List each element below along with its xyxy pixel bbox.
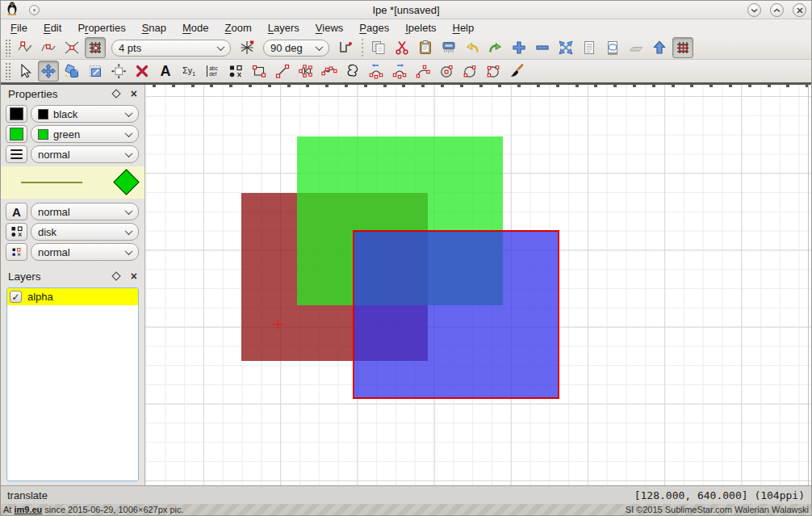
math-tool-icon[interactable]: Σy1	[178, 61, 199, 82]
text-size-row: A normal	[1, 203, 144, 220]
float-panel-icon[interactable]	[111, 89, 120, 98]
menu-item-ipelets[interactable]: Ipelets	[398, 20, 443, 36]
spline-tool-icon[interactable]	[319, 61, 340, 82]
stretch-tool-icon[interactable]	[85, 61, 106, 82]
close-panel-icon[interactable]: ×	[131, 271, 137, 282]
menu-item-mode[interactable]: Mode	[175, 20, 216, 36]
fill-color-select[interactable]: green	[31, 125, 139, 143]
shift-key-icon[interactable]	[649, 37, 670, 58]
translate-tool-icon[interactable]	[38, 61, 59, 82]
cut-icon[interactable]	[391, 37, 412, 58]
circle-3pt-tool-icon[interactable]	[483, 61, 504, 82]
arc-tool-icon[interactable]	[412, 61, 433, 82]
fit-selection-icon[interactable]	[602, 37, 623, 58]
mark-shape-button[interactable]	[6, 223, 27, 241]
grid-visible-icon[interactable]	[672, 37, 693, 58]
stroke-color-swatch	[38, 109, 48, 120]
stroke-color-button[interactable]	[6, 105, 27, 123]
toolbar-drag-handle[interactable]	[5, 39, 10, 57]
pen-width-select[interactable]: normal	[31, 145, 139, 163]
text-size-button[interactable]: A	[6, 203, 27, 220]
pan-tool-icon[interactable]	[108, 61, 129, 82]
ink-tool-icon[interactable]	[506, 61, 527, 82]
toolbar-drag-handle[interactable]	[5, 62, 10, 80]
float-panel-icon[interactable]	[111, 271, 120, 280]
origin-cross	[273, 319, 283, 329]
grid-size-select[interactable]: 4 pts	[111, 40, 231, 57]
menu-item-snap[interactable]: Snap	[135, 20, 174, 36]
text-size-select[interactable]: normal	[31, 203, 139, 220]
window-title: Ipe *[unsaved]	[1, 4, 811, 16]
paste-icon[interactable]	[415, 37, 436, 58]
copy-icon[interactable]	[368, 37, 389, 58]
menu-item-layers[interactable]: Layers	[261, 20, 307, 36]
circle-2pt-tool-icon[interactable]	[459, 61, 480, 82]
mark-shape-row: disk	[1, 223, 144, 241]
circle-center-tool-icon[interactable]	[436, 61, 457, 82]
mark-shape-select[interactable]: disk	[31, 223, 139, 241]
delete-shredder-icon[interactable]	[438, 37, 459, 58]
snap-vertex-icon[interactable]	[15, 37, 36, 58]
snap-grid-icon[interactable]	[85, 37, 106, 58]
blue-rectangle[interactable]	[353, 230, 559, 399]
zoom-out-icon[interactable]	[532, 37, 553, 58]
menu-item-file[interactable]: File	[3, 20, 35, 36]
menu-item-zoom[interactable]: Zoom	[218, 20, 259, 36]
redo-icon[interactable]	[485, 37, 506, 58]
close-button[interactable]	[793, 3, 806, 17]
marks-icon	[10, 225, 23, 238]
fill-color-button[interactable]	[6, 125, 27, 143]
undo-icon[interactable]	[462, 37, 483, 58]
caption-site-link[interactable]: im9.eu	[14, 505, 42, 514]
snap-automatic-icon[interactable]	[335, 37, 356, 58]
menu-item-edit[interactable]: Edit	[36, 20, 69, 36]
keyboard-icon	[626, 37, 647, 58]
small-marks-icon	[11, 247, 22, 258]
angle-select[interactable]: 90 deg	[263, 40, 329, 57]
fill-color-swatch	[38, 129, 48, 140]
snap-boundary-icon[interactable]	[38, 37, 59, 58]
freehand-tool-icon[interactable]	[342, 61, 363, 82]
chevron-down-icon	[217, 43, 225, 51]
pen-width-row: normal	[1, 145, 144, 163]
maximize-button[interactable]	[770, 3, 784, 17]
layer-checkbox[interactable]: ✓	[10, 291, 22, 303]
stroke-color-select[interactable]: black	[31, 105, 139, 123]
marks-tool-icon[interactable]	[225, 61, 246, 82]
menubar: FileEditPropertiesSnapModeZoomLayersView…	[1, 19, 811, 36]
left-panel: Properties × black green	[1, 85, 145, 485]
mark-size-button[interactable]	[6, 243, 27, 261]
arc-right-tool-icon[interactable]	[389, 61, 410, 82]
menu-item-views[interactable]: Views	[308, 20, 350, 36]
layer-row-alpha[interactable]: ✓ alpha	[7, 288, 138, 305]
delete-vertex-icon[interactable]	[132, 61, 153, 82]
rectangle-tool-icon[interactable]	[249, 61, 270, 82]
menu-item-help[interactable]: Help	[446, 20, 482, 36]
chevron-down-icon	[125, 129, 133, 137]
fit-objects-icon[interactable]	[579, 37, 600, 58]
polygon-tool-icon[interactable]	[295, 61, 316, 82]
minimize-button[interactable]	[747, 3, 761, 17]
menu-item-properties[interactable]: Properties	[70, 20, 132, 36]
fit-page-icon[interactable]	[555, 37, 576, 58]
snap-angle-icon[interactable]	[236, 37, 257, 58]
menu-item-pages[interactable]: Pages	[352, 20, 396, 36]
close-panel-icon[interactable]: ×	[131, 88, 137, 99]
rotate-tool-icon[interactable]	[61, 61, 82, 82]
mark-size-select[interactable]: normal	[31, 243, 139, 261]
mark-size-value: normal	[38, 246, 121, 258]
line-tool-icon[interactable]	[272, 61, 293, 82]
snap-toolbar: 4 pts 90 deg	[1, 36, 811, 60]
toolbar-separator	[360, 39, 364, 57]
stroke-color-value: black	[53, 108, 121, 120]
paragraph-tool-icon[interactable]: abcdef	[202, 61, 223, 82]
zoom-in-icon[interactable]	[509, 37, 529, 58]
titlebar[interactable]: Ipe *[unsaved]	[1, 1, 811, 19]
layers-list[interactable]: ✓ alpha	[6, 287, 139, 481]
pen-width-button[interactable]	[6, 145, 27, 163]
arc-left-tool-icon[interactable]	[366, 61, 387, 82]
drawing-canvas[interactable]	[145, 85, 811, 485]
select-tool-icon[interactable]	[15, 61, 36, 82]
text-tool-icon[interactable]: A	[155, 61, 176, 82]
snap-intersection-icon[interactable]	[61, 37, 82, 58]
